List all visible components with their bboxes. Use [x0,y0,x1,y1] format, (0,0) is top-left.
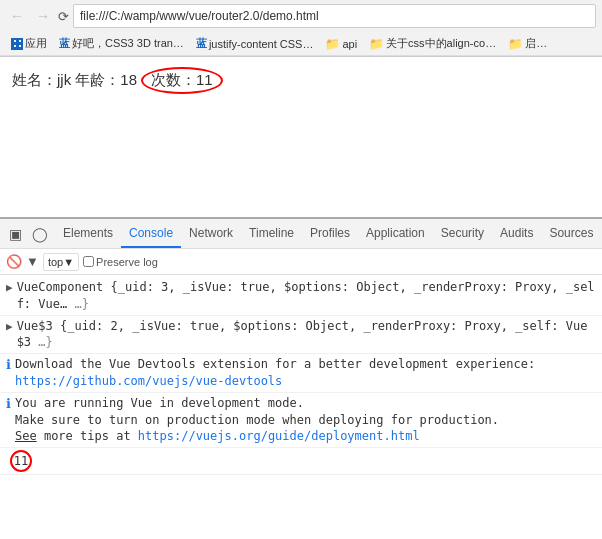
preserve-log-label: Preserve log [83,256,158,268]
bookmark-1[interactable]: 蓝 好吧，CSS3 3D tran… [54,34,189,53]
tab-sources[interactable]: Sources [541,219,601,248]
tab-audits[interactable]: Audits [492,219,541,248]
forward-button[interactable]: → [32,6,54,26]
tab-elements[interactable]: Elements [55,219,121,248]
entry-tail-2: …} [38,335,52,349]
name-age-text: 姓名：jjk 年龄：18 [12,71,137,90]
see-text: See [15,429,37,443]
console-toolbar: 🚫 ▼ top ▼ Preserve log [0,249,602,275]
bookmark-label-1: 好吧，CSS3 3D tran… [72,36,184,51]
inspect-element-button[interactable]: ▣ [4,219,27,248]
reload-button[interactable]: ⟳ [58,9,69,24]
grid-icon [11,38,23,50]
bookmark-icon-1: 蓝 [59,36,70,51]
count-highlight: 次数：11 [141,67,223,94]
bookmark-3[interactable]: 📁 api [320,35,362,53]
console-entry-4: ℹ You are running Vue in development mod… [0,393,602,448]
entry-text-3: Download the Vue Devtools extension for … [15,356,596,390]
devtools-tabs: ▣ ◯ Elements Console Network Timeline Pr… [0,219,602,249]
preserve-log-checkbox[interactable] [83,256,94,267]
dropdown-arrow: ▼ [63,256,74,268]
device-toolbar-button[interactable]: ◯ [27,219,53,248]
bookmark-apps[interactable]: 应用 [6,34,52,53]
bookmarks-bar: 应用 蓝 好吧，CSS3 3D tran… 蓝 justify-content … [0,32,602,56]
back-button[interactable]: ← [6,6,28,26]
filter-button[interactable]: ▼ [26,254,39,269]
expand-arrow-2[interactable]: ▶ [6,319,13,334]
console-entry-5: 11 [0,448,602,475]
tab-profiles[interactable]: Profiles [302,219,358,248]
devtools-panel: ▣ ◯ Elements Console Network Timeline Pr… [0,217,602,505]
bookmark-icon-2: 蓝 [196,36,207,51]
folder-icon-3: 📁 [325,37,340,51]
bookmark-label: 应用 [25,36,47,51]
context-selector[interactable]: top ▼ [43,253,79,271]
address-bar[interactable]: file:///C:/wamp/www/vue/router2.0/demo.h… [73,4,596,28]
entry-text-1: VueComponent {_uid: 3, _isVue: true, $op… [17,279,596,313]
bookmark-label-3: api [342,38,357,50]
console-output: ▶ VueComponent {_uid: 3, _isVue: true, $… [0,275,602,505]
browser-chrome: ← → ⟳ file:///C:/wamp/www/vue/router2.0/… [0,0,602,57]
entry-tail-1: …} [74,297,88,311]
link-4[interactable]: https://vuejs.org/guide/deployment.html [138,429,420,443]
tab-network[interactable]: Network [181,219,241,248]
tab-application[interactable]: Application [358,219,433,248]
info-icon-3: ℹ [6,356,11,374]
bookmark-label-4: 关于css中的align-co… [386,36,496,51]
folder-icon-5: 📁 [508,37,523,51]
expand-arrow-1[interactable]: ▶ [6,280,13,295]
folder-icon-4: 📁 [369,37,384,51]
preserve-log-text: Preserve log [96,256,158,268]
tab-timeline[interactable]: Timeline [241,219,302,248]
tab-console[interactable]: Console [121,219,181,248]
context-value: top [48,256,63,268]
console-entry-3: ℹ Download the Vue Devtools extension fo… [0,354,602,393]
info-icon-4: ℹ [6,395,11,413]
bookmark-5[interactable]: 📁 启… [503,34,552,53]
bookmark-4[interactable]: 📁 关于css中的align-co… [364,34,501,53]
page-content: 姓名：jjk 年龄：18 次数：11 [0,57,602,217]
bookmark-2[interactable]: 蓝 justify-content CSS… [191,34,319,53]
bookmark-label-5: 启… [525,36,547,51]
url-text: file:///C:/wamp/www/vue/router2.0/demo.h… [80,9,589,23]
bookmark-label-2: justify-content CSS… [209,38,314,50]
console-entry-1: ▶ VueComponent {_uid: 3, _isVue: true, $… [0,277,602,316]
console-number-value: 11 [10,450,32,472]
clear-console-button[interactable]: 🚫 [6,254,22,269]
entry-text-4: You are running Vue in development mode.… [15,395,596,445]
tab-security[interactable]: Security [433,219,492,248]
nav-bar: ← → ⟳ file:///C:/wamp/www/vue/router2.0/… [0,0,602,32]
link-3[interactable]: https://github.com/vuejs/vue-devtools [15,374,282,388]
entry-text-2: Vue$3 {_uid: 2, _isVue: true, $options: … [17,318,596,352]
page-text: 姓名：jjk 年龄：18 次数：11 [12,67,590,94]
console-entry-2: ▶ Vue$3 {_uid: 2, _isVue: true, $options… [0,316,602,355]
